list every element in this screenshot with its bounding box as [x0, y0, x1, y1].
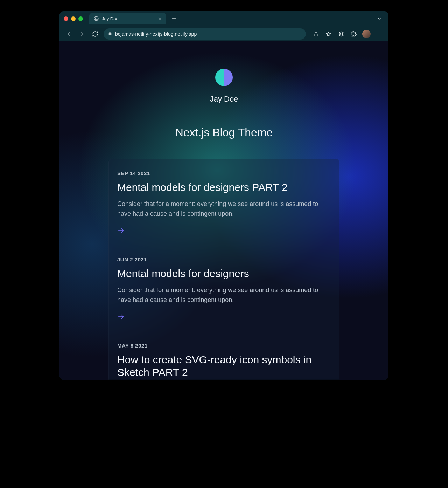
globe-icon	[93, 16, 99, 21]
svg-point-1	[379, 33, 379, 34]
profile-avatar[interactable]	[361, 29, 372, 39]
tab-strip: Jay Doe	[59, 11, 388, 26]
tab-overflow-button[interactable]	[374, 14, 384, 23]
extension-stack-icon[interactable]	[336, 29, 346, 39]
tab-title: Jay Doe	[102, 16, 119, 21]
post-title: Mental models for designers	[117, 267, 331, 280]
browser-window: Jay Doe bejamas-netlify-nextjs-blog.ne	[59, 11, 388, 380]
window-minimize-button[interactable]	[71, 16, 76, 21]
arrow-right-icon[interactable]	[117, 313, 126, 321]
site-logo[interactable]	[215, 69, 233, 86]
omnibox-url: bejamas-netlify-nextjs-blog.netlify.app	[115, 31, 197, 37]
post-date: MAY 8 2021	[117, 343, 331, 349]
extensions-icon[interactable]	[349, 29, 359, 39]
arrow-right-icon[interactable]	[117, 227, 126, 235]
svg-point-2	[379, 35, 379, 36]
close-tab-button[interactable]	[157, 16, 163, 21]
post-title: Mental models for designers PART 2	[117, 181, 331, 194]
post-date: JUN 2 2021	[117, 256, 331, 262]
post-list: SEP 14 2021 Mental models for designers …	[108, 159, 340, 380]
share-icon[interactable]	[311, 29, 321, 39]
nav-forward-button[interactable]	[77, 29, 87, 39]
window-fullscreen-button[interactable]	[78, 16, 83, 21]
window-close-button[interactable]	[64, 16, 68, 21]
site-title: Next.js Blog Theme	[175, 126, 273, 139]
post-card[interactable]: MAY 8 2021 How to create SVG-ready icon …	[109, 331, 339, 380]
page-viewport[interactable]: Jay Doe Next.js Blog Theme SEP 14 2021 M…	[59, 41, 388, 380]
svg-point-0	[379, 32, 379, 32]
post-title: How to create SVG-ready icon symbols in …	[117, 353, 331, 379]
lock-icon	[108, 31, 112, 37]
avatar-icon	[362, 30, 371, 38]
kebab-menu-icon[interactable]	[374, 29, 384, 39]
window-controls	[64, 16, 83, 21]
post-date: SEP 14 2021	[117, 170, 331, 176]
omnibox[interactable]: bejamas-netlify-nextjs-blog.netlify.app	[104, 28, 306, 40]
nav-back-button[interactable]	[64, 29, 74, 39]
toolbar-right	[311, 29, 384, 39]
page-content: Jay Doe Next.js Blog Theme SEP 14 2021 M…	[59, 41, 388, 380]
star-icon[interactable]	[323, 29, 334, 39]
post-excerpt: Consider that for a moment: everything w…	[117, 286, 331, 305]
new-tab-button[interactable]	[169, 14, 179, 23]
site-name: Jay Doe	[210, 95, 238, 104]
browser-tab[interactable]: Jay Doe	[89, 13, 166, 24]
post-card[interactable]: JUN 2 2021 Mental models for designers C…	[109, 245, 339, 331]
post-excerpt: Consider that for a moment: everything w…	[117, 199, 331, 219]
address-bar: bejamas-netlify-nextjs-blog.netlify.app	[59, 26, 388, 41]
post-card[interactable]: SEP 14 2021 Mental models for designers …	[109, 159, 339, 245]
nav-reload-button[interactable]	[90, 29, 100, 39]
